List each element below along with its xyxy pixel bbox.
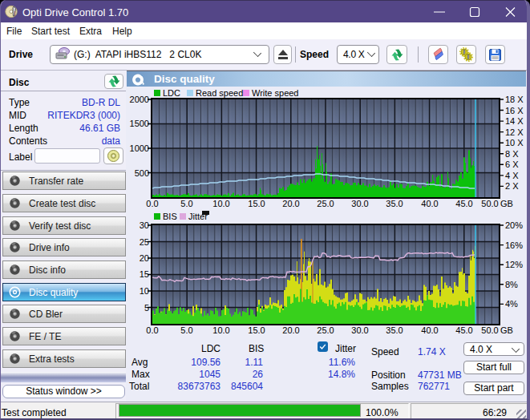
svg-text:20%: 20% [505,220,523,230]
svg-text:15: 15 [140,269,149,279]
svg-text:45.0: 45.0 [455,199,472,208]
svg-text:10 X: 10 X [505,138,524,147]
svg-text:45.0: 45.0 [455,325,472,335]
svg-text:50.0: 50.0 [481,199,498,208]
svg-text:GB: GB [500,199,513,208]
svg-text:30: 30 [140,220,149,230]
svg-text:16 X: 16 X [505,106,524,115]
svg-text:25: 25 [140,237,149,247]
svg-text:30.0: 30.0 [351,325,368,335]
svg-text:14 X: 14 X [505,116,524,126]
svg-text:1000: 1000 [130,143,149,153]
svg-text:Read speed: Read speed [196,88,243,98]
svg-text:6 X: 6 X [505,160,519,169]
svg-text:15.0: 15.0 [248,199,265,208]
svg-text:16%: 16% [505,240,523,250]
svg-text:25.0: 25.0 [317,199,334,208]
svg-text:12 X: 12 X [505,127,524,137]
svg-text:15.0: 15.0 [248,325,265,335]
svg-text:2000: 2000 [130,95,149,104]
svg-text:20.0: 20.0 [282,199,299,208]
svg-text:40.0: 40.0 [421,199,438,208]
svg-text:0.0: 0.0 [146,325,158,335]
svg-text:5.0: 5.0 [180,199,192,208]
svg-text:30.0: 30.0 [351,199,368,208]
svg-text:18 X: 18 X [505,95,524,104]
svg-text:0.0: 0.0 [146,199,158,208]
svg-text:35.0: 35.0 [386,325,403,335]
svg-text:LDC: LDC [163,88,180,98]
svg-text:10.0: 10.0 [212,199,229,208]
svg-text:2 X: 2 X [505,181,519,191]
svg-text:1500: 1500 [130,119,149,128]
svg-text:10: 10 [140,286,149,296]
svg-text:8%: 8% [505,280,518,289]
svg-text:20: 20 [140,253,149,263]
svg-text:20.0: 20.0 [282,325,299,335]
svg-text:50.0: 50.0 [481,325,498,335]
svg-text:35.0: 35.0 [386,199,403,208]
svg-text:4%: 4% [505,299,518,309]
svg-text:12%: 12% [505,260,523,269]
svg-text:4 X: 4 X [505,171,519,180]
svg-text:500: 500 [135,168,149,178]
svg-text:25.0: 25.0 [317,325,334,335]
svg-text:Disc quality: Disc quality [154,73,215,85]
svg-text:8 X: 8 X [505,149,519,159]
svg-text:BIS: BIS [163,212,177,221]
svg-text:5.0: 5.0 [180,325,192,335]
svg-text:10.0: 10.0 [212,325,229,335]
svg-text:Write speed: Write speed [252,88,299,98]
svg-text:40.0: 40.0 [421,325,438,335]
svg-text:5: 5 [144,303,149,313]
svg-text:GB: GB [500,325,513,335]
